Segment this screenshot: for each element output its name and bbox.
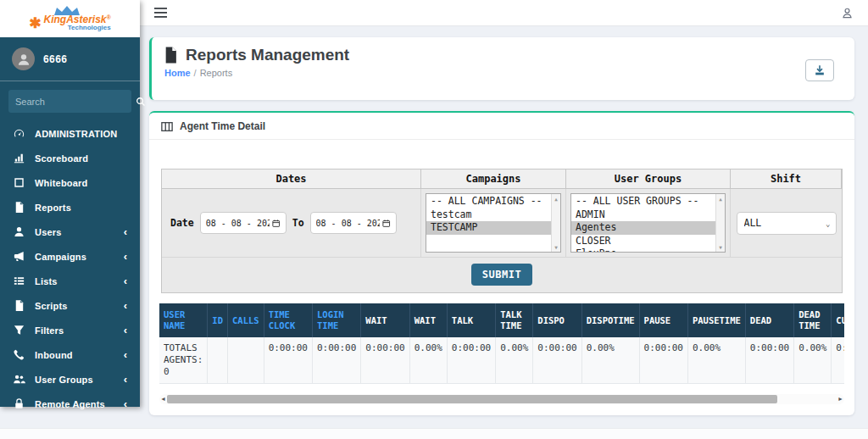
scroll-down-icon: ▼ [554,244,558,250]
panel-title: Agent Time Detail [180,120,265,132]
sidebar-username: 6666 [43,53,67,65]
scroll-left-icon[interactable]: ◄ [159,394,167,404]
sidebar-item-reports[interactable]: Reports [0,195,140,220]
column-header-login-time[interactable]: LOGIN TIME [312,303,360,337]
sidebar-user-row: 6666 [0,37,140,79]
page-header-card: Reports Management Home/Reports [149,37,854,100]
submit-button[interactable]: SUBMIT [471,264,532,286]
shift-select[interactable]: ALL [737,212,837,235]
sidebar-item-label: Remote Agents [35,399,114,409]
scrollbar-thumb[interactable] [167,395,777,403]
hamburger-menu-icon[interactable] [153,6,169,19]
column-header-pause: PAUSE [639,303,687,337]
panel-header: Agent Time Detail [149,113,854,140]
chart-icon [13,152,25,164]
sidebar-item-remote-agents[interactable]: Remote Agents‹ [0,392,140,416]
listbox-scrollbar[interactable]: ▲▼ [715,194,725,252]
table-cell: 0.00% [496,337,533,384]
breadcrumb-home-link[interactable]: Home [164,68,191,78]
sidebar-nav: ADMINISTRATIONScoreboardWhiteboardReport… [0,121,140,416]
sidebar-item-scripts[interactable]: Scripts‹ [0,293,140,318]
form-header-user-groups: User Groups [566,169,731,189]
user-account-icon[interactable] [839,5,855,21]
sidebar-item-label: Campaigns [35,252,114,262]
sidebar-item-lists[interactable]: Lists‹ [0,269,140,293]
table-cell: 0:00:00 [533,337,581,384]
sidebar-item-label: Filters [35,325,114,336]
user-icon [13,225,25,238]
sidebar-item-label: User Groups [35,375,114,385]
campaign-option[interactable]: -- ALL CAMPAIGNS -- [426,195,551,208]
table-row: TOTALS AGENTS: 00:00:000:00:000:00:000.0… [159,337,844,384]
sidebar-item-label: Users [35,227,114,237]
table-cell: 0.00% [687,337,745,384]
user-group-option[interactable]: -- ALL USER GROUPS -- [571,195,715,208]
column-header-wait: WAIT [409,303,447,337]
sidebar-item-whiteboard[interactable]: Whiteboard [0,170,140,195]
sidebar-item-label: Whiteboard [35,178,127,188]
column-header-time-clock[interactable]: TIME CLOCK [264,303,312,337]
table-columns-icon [161,121,173,132]
sidebar-item-label: Scoreboard [35,153,127,164]
sidebar-item-label: Lists [35,276,114,286]
campaign-option[interactable]: TESTCAMP [426,221,551,235]
search-icon[interactable] [136,97,146,107]
user-group-option[interactable]: CLOSER [571,235,715,248]
sidebar-item-label: Reports [35,203,127,213]
campaigns-listbox[interactable]: -- ALL CAMPAIGNS --testcamTESTCAMP ▲▼ [426,193,561,253]
scroll-down-icon: ▼ [719,244,722,250]
column-header-calls[interactable]: CALLS [228,303,264,337]
user-group-option[interactable]: ADMIN [571,208,715,222]
dates-cell: Date To [162,189,421,257]
date-from-input[interactable] [206,219,270,228]
shift-cell: ALL ⌄ [731,189,842,257]
campaign-option[interactable]: testcam [426,208,551,222]
table-cell: 0.00% [794,337,832,384]
column-header-dead: DEAD [745,303,793,337]
report-file-icon [164,47,178,64]
horizontal-scrollbar[interactable]: ◄ ► [159,394,844,404]
table-cell: 0:00:00 [745,337,793,384]
topbar [140,0,868,26]
brand-tagline: Technologies [68,25,111,31]
sidebar-item-users[interactable]: Users‹ [0,220,140,244]
sidebar-item-scoreboard[interactable]: Scoreboard [0,146,140,170]
megaphone-icon [13,250,25,263]
column-header-wait: WAIT [361,303,409,337]
date-to-field[interactable] [310,212,397,234]
page-title: Reports Management [186,46,349,64]
chevron-left-icon: ‹ [124,326,127,335]
table-cell [208,337,228,384]
column-header-cu: CU [832,303,844,337]
search-input[interactable] [15,97,136,107]
sidebar-item-campaigns[interactable]: Campaigns‹ [0,244,140,269]
column-header-user-name[interactable]: USER NAME [159,303,208,337]
lock-icon [13,397,25,410]
breadcrumb-current: Reports [200,68,233,78]
download-button[interactable] [805,59,834,81]
listbox-scrollbar[interactable]: ▲▼ [551,194,560,252]
sidebar-item-administration[interactable]: ADMINISTRATION [0,121,140,146]
sidebar-item-user-groups[interactable]: User Groups‹ [0,367,140,392]
scroll-right-icon[interactable]: ► [837,394,844,404]
table-cell: 0.00% [581,337,639,384]
date-from-field[interactable] [200,212,287,234]
download-icon [814,64,826,76]
table-cell: 0: [832,337,844,384]
chevron-left-icon: ‹ [124,302,127,310]
date-to-input[interactable] [316,219,381,228]
chevron-left-icon: ‹ [124,400,127,408]
calendar-icon [272,219,280,228]
sidebar: ✱ KingAsterisk® Technologies 6666 ADMINI… [0,0,140,407]
user-group-option[interactable]: FlexBpo [571,247,715,253]
user-groups-cell: -- ALL USER GROUPS --ADMINAgentesCLOSERF… [566,189,731,257]
sidebar-item-filters[interactable]: Filters‹ [0,318,140,342]
table-cell: 0:00:00 [264,337,312,384]
column-header-id[interactable]: ID [208,303,228,337]
page-footer [0,428,868,439]
asterisk-logo-icon: ✱ [29,14,41,32]
sidebar-item-inbound[interactable]: Inbound‹ [0,342,140,367]
user-group-option[interactable]: Agentes [571,221,715,235]
user-groups-listbox[interactable]: -- ALL USER GROUPS --ADMINAgentesCLOSERF… [570,193,726,253]
form-header-shift: Shift [731,169,842,189]
